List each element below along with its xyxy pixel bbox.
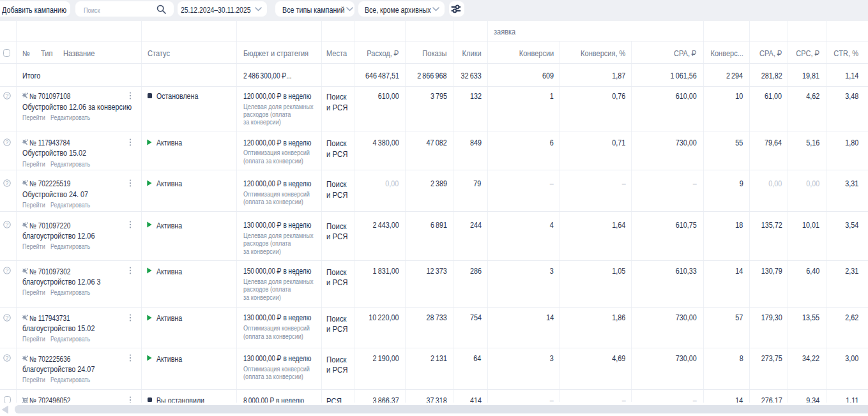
svg-text:?: ? <box>5 139 8 145</box>
svg-text:?: ? <box>5 180 8 186</box>
svg-text:?: ? <box>5 355 8 361</box>
svg-text:?: ? <box>5 314 8 320</box>
svg-text:?: ? <box>5 221 8 228</box>
svg-text:?: ? <box>5 267 8 274</box>
svg-text:?: ? <box>5 93 8 99</box>
